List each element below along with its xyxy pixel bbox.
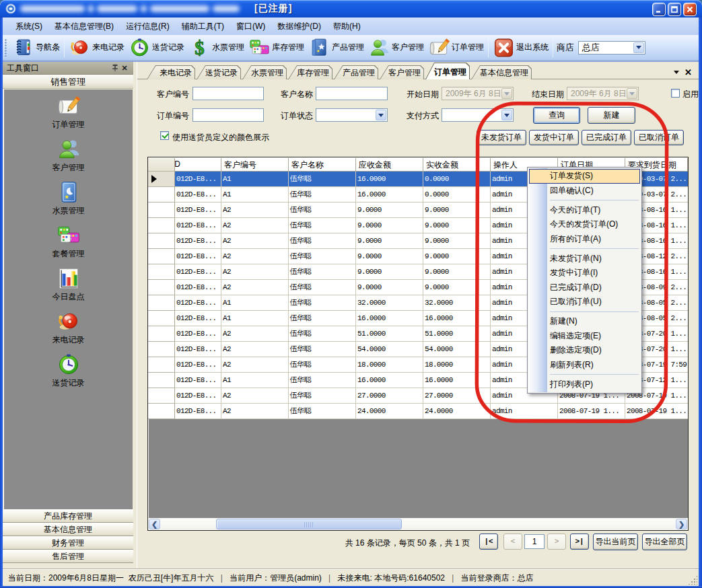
context-menu-item[interactable]: 发货中订单(I)	[528, 266, 641, 281]
cell-id[interactable]: 012D-E8...	[175, 233, 221, 249]
cell-received[interactable]: 51.0000	[423, 326, 491, 342]
cell-receivable[interactable]: 9.0000	[356, 264, 423, 280]
cell-received[interactable]: 0.0000	[423, 172, 491, 187]
sidebar-group-title[interactable]: 销售管理	[3, 75, 133, 89]
cell-received[interactable]: 54.0000	[423, 342, 491, 357]
row-header-cell[interactable]	[148, 233, 175, 249]
order-status-select[interactable]	[316, 108, 388, 122]
cell-receivable[interactable]: 16.0000	[356, 172, 423, 187]
context-menu-item[interactable]: 已取消订单(U)	[528, 295, 641, 309]
toolbar-button[interactable]: 来电记录	[67, 36, 127, 60]
context-menu-item[interactable]: 删除选定项(D)	[528, 343, 641, 358]
cell-received[interactable]: 9.0000	[423, 203, 491, 218]
pay-method-dropdown-icon[interactable]	[501, 110, 512, 120]
tool-window-close-icon[interactable]: ✕	[120, 63, 129, 73]
pay-method-select[interactable]	[442, 108, 514, 122]
scrollbar-thumb[interactable]	[216, 519, 402, 529]
cell-customer-name[interactable]: 伍华聪	[289, 388, 356, 404]
menu-item[interactable]: 基本信息管理(B)	[48, 18, 120, 35]
export-all-pages-button[interactable]: 导出全部页	[642, 534, 687, 550]
cell-received[interactable]: 32.0000	[423, 295, 491, 311]
context-menu-item[interactable]: 已完成订单(D)	[528, 281, 641, 295]
query-button[interactable]: 查询	[533, 107, 580, 124]
menu-item[interactable]: 运行信息(R)	[120, 18, 176, 35]
order-status-filter-button[interactable]: 发货中订单	[529, 130, 579, 145]
shop-select[interactable]: 总店	[578, 41, 645, 54]
close-button[interactable]	[683, 3, 697, 16]
row-header-cell[interactable]	[148, 249, 175, 264]
context-menu-item[interactable]: 刷新列表(R)	[528, 358, 641, 373]
tab[interactable]: 来电记录	[147, 65, 195, 79]
cell-customer-name[interactable]: 伍华聪	[289, 280, 356, 295]
cell-customer-name[interactable]: 伍华聪	[289, 218, 356, 233]
cell-received[interactable]: 27.0000	[423, 388, 491, 404]
cell-received[interactable]: 9.0000	[423, 249, 491, 264]
next-page-button[interactable]: >	[547, 534, 566, 550]
cell-receivable[interactable]: 16.0000	[356, 373, 423, 388]
context-menu-item[interactable]	[528, 198, 641, 203]
row-header-cell[interactable]	[148, 388, 175, 404]
sidebar-item[interactable]: 今日盘点	[4, 266, 133, 309]
cell-id[interactable]: 012D-E8...	[175, 203, 221, 218]
cell-id[interactable]: 012D-E8...	[175, 295, 221, 311]
cell-received[interactable]: 24.0000	[423, 404, 491, 419]
cell-id[interactable]: 012D-E8...	[175, 249, 221, 264]
cell-id[interactable]: 012D-E8...	[175, 388, 221, 404]
row-header-cell[interactable]	[148, 295, 175, 311]
context-menu-item[interactable]: 编辑选定项(E)	[528, 329, 641, 344]
last-page-button[interactable]: >|	[570, 534, 589, 550]
tab-close-icon[interactable]: ✕	[684, 68, 693, 77]
row-header-cell[interactable]	[148, 404, 175, 419]
prev-page-button[interactable]: <	[503, 534, 522, 550]
cell-receivable[interactable]: 18.0000	[356, 357, 423, 373]
column-header-id[interactable]: ID	[175, 158, 221, 172]
context-menu-item[interactable]: 所有的订单(A)	[528, 232, 641, 247]
row-header-cell[interactable]	[148, 187, 175, 203]
order-no-input[interactable]	[192, 108, 264, 122]
maximize-button[interactable]	[668, 3, 681, 16]
cell-id[interactable]: 012D-E8...	[175, 172, 221, 187]
cell-received[interactable]: 0.0000	[423, 187, 491, 203]
sidebar-item[interactable]: 来电记录	[4, 309, 133, 353]
cell-receivable[interactable]: 9.0000	[356, 249, 423, 264]
row-header-cell[interactable]	[148, 203, 175, 218]
column-header-customer-no[interactable]: 客户编号	[221, 158, 289, 172]
cell-customer-no[interactable]: A2	[221, 280, 289, 295]
use-deliverer-color-checkbox[interactable]	[160, 131, 169, 140]
tab[interactable]: 基本信息管理	[471, 65, 532, 79]
cell-id[interactable]: 012D-E8...	[175, 218, 221, 233]
cell-customer-name[interactable]: 伍华聪	[289, 342, 356, 357]
cell-customer-name[interactable]: 伍华聪	[289, 249, 356, 264]
cell-receivable[interactable]: 9.0000	[356, 280, 423, 295]
customer-name-input[interactable]	[316, 87, 388, 100]
sidebar-group-button[interactable]: 财务管理	[3, 536, 133, 550]
context-menu-item[interactable]	[528, 246, 641, 252]
end-date-dropdown-icon[interactable]	[627, 88, 637, 99]
cell-received[interactable]: 16.0000	[423, 373, 491, 388]
cell-customer-no[interactable]: A2	[221, 357, 289, 373]
tab[interactable]: 水票管理	[242, 65, 287, 79]
cell-customer-no[interactable]: A1	[221, 295, 289, 311]
toolbar-button[interactable]: 导航条	[10, 36, 62, 60]
order-status-filter-button[interactable]: 未发货订单	[477, 130, 526, 145]
cell-id[interactable]: 012D-E8...	[175, 342, 221, 357]
cell-customer-name[interactable]: 伍华聪	[289, 357, 356, 373]
horizontal-scrollbar[interactable]: ❮ ❯	[148, 518, 688, 530]
toolbar-button[interactable]: 订单管理	[426, 36, 486, 60]
start-date-dropdown-icon[interactable]	[501, 88, 512, 99]
cell-receivable[interactable]: 51.0000	[356, 326, 423, 342]
cell-customer-name[interactable]: 伍华聪	[289, 326, 356, 342]
menu-item[interactable]: 辅助工具(T)	[176, 18, 230, 35]
tab-list-dropdown-icon[interactable]	[672, 68, 680, 77]
sidebar-item[interactable]: 送货记录	[4, 353, 133, 396]
cell-id[interactable]: 012D-E8...	[175, 357, 221, 373]
context-menu-item[interactable]: 未发货订单(N)	[528, 252, 641, 266]
context-menu-item[interactable]: 今天的订单(T)	[528, 203, 641, 218]
row-header-cell[interactable]	[148, 172, 175, 187]
cell-customer-no[interactable]: A2	[221, 233, 289, 249]
sidebar-group-button[interactable]: 产品库存管理	[3, 509, 133, 523]
cell-received[interactable]: 16.0000	[423, 311, 491, 326]
cell-receivable[interactable]: 27.0000	[356, 388, 423, 404]
sidebar-item[interactable]: 客户管理	[4, 137, 133, 180]
cell-customer-no[interactable]: A1	[221, 187, 289, 203]
